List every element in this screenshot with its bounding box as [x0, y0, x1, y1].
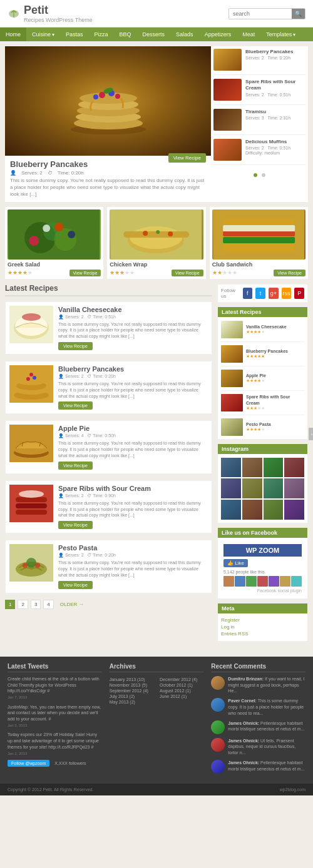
instagram-item-9[interactable] — [221, 500, 241, 520]
featured-item-1: Greek Salad ★★★★★ View Recipe — [5, 207, 103, 279]
logo-text: Petit — [24, 4, 93, 17]
side-thumb-2 — [221, 345, 243, 363]
comment-1: Dumitru Brinzan: If you want to read, I … — [211, 676, 305, 694]
meta-register[interactable]: Register — [221, 617, 304, 623]
instagram-item-10[interactable] — [242, 500, 262, 520]
instagram-item-4[interactable] — [284, 458, 304, 478]
meta-login[interactable]: Log in — [221, 624, 304, 630]
recipe-meta-5: 👤 Serves: 2 ⏱ Time: 0:20h — [58, 553, 208, 558]
instagram-item-3[interactable] — [264, 458, 284, 478]
nav-meat[interactable]: Meat — [237, 28, 260, 41]
featured-view-btn-1[interactable]: View Recipe — [69, 270, 101, 276]
nav-cuisine[interactable]: Cuisine — [26, 28, 60, 41]
nav-pastas[interactable]: Pastas — [60, 28, 89, 41]
search-button[interactable]: 🔍 — [292, 9, 305, 19]
comment-text-3: James Ohnick: Pellentesque habitant morb… — [228, 720, 305, 733]
recipe-btn-3[interactable]: View Recipe — [58, 462, 93, 470]
recipe-meta-1: 👤 Serves: 2 ⏱ Time: 0:51h — [58, 315, 208, 320]
page-3[interactable]: 3 — [31, 600, 41, 609]
instagram-item-12[interactable] — [284, 500, 304, 520]
nav-appetizers[interactable]: Appetizers — [199, 28, 237, 41]
tweet-date-3: Jan 2, 2013 — [8, 751, 102, 756]
googleplus-follow-btn[interactable]: g+ — [269, 288, 279, 299]
recipe-btn-1[interactable]: View Recipe — [58, 342, 93, 350]
sidebar-meta-3: Serves: 3 Time: 2:31h — [245, 116, 305, 120]
instagram-item-2[interactable] — [242, 458, 262, 478]
meta-rss[interactable]: Entries RSS — [221, 631, 304, 637]
hero-caption: Blueberry Pancakes View Recipe 👤 Serves:… — [5, 156, 211, 202]
sidebar-recipe-3: Tiramisu Serves: 3 Time: 2:31h — [213, 109, 305, 135]
tweet-1: Create child themes at the click of a bu… — [8, 676, 102, 700]
instagram-item-5[interactable] — [221, 478, 241, 498]
recipe-meta-3: 👤 Serves: 4 ⏱ Time: 0:50h — [58, 433, 208, 438]
footer-top: Latest Tweets Create child themes at the… — [0, 657, 313, 784]
dot-1[interactable] — [254, 173, 257, 177]
pinterest-follow-btn[interactable]: P — [294, 288, 304, 299]
nav-pizza[interactable]: Pizza — [89, 28, 114, 41]
applepie-img — [9, 425, 53, 462]
featured-view-btn-3[interactable]: View Recipe — [274, 270, 305, 276]
twitter-follow-btn[interactable]: t — [255, 288, 265, 299]
archives-col-1: January 2013 (10) November 2013 (5) Sept… — [110, 676, 153, 705]
facebook-follow-btn[interactable]: f — [243, 288, 253, 299]
recipe-btn-4[interactable]: View Recipe — [58, 521, 93, 529]
hero-serves-icon: 👤 — [10, 170, 16, 176]
svg-point-10 — [115, 94, 120, 99]
search-box[interactable]: 🔍 — [228, 8, 305, 19]
tweets-column: Latest Tweets Create child themes at the… — [8, 663, 102, 777]
side-recipe-2: Blueberry Pancakes ★★★★★ — [221, 345, 304, 366]
chicken-wrap-img — [110, 209, 203, 260]
follow-label: Follow us — [221, 288, 238, 299]
featured-next-arrow[interactable]: › — [309, 428, 313, 440]
page-2[interactable]: 2 — [18, 600, 28, 609]
side-stars-1: ★★★★★ — [246, 330, 287, 335]
comment-3: James Ohnick: Pellentesque habitant morb… — [211, 720, 305, 734]
instagram-item-7[interactable] — [264, 478, 284, 498]
side-stars-5: ★★★★★ — [246, 427, 271, 432]
recipe-thumb-1 — [9, 306, 53, 343]
recipe-title-5: Pesto Pasta — [58, 544, 208, 552]
side-stars-4: ★★★★★ — [246, 406, 304, 411]
rss-follow-btn[interactable]: rss — [282, 288, 292, 299]
instagram-item-1[interactable] — [221, 458, 241, 478]
page-1[interactable]: 1 — [5, 600, 15, 609]
hero-view-recipe-button[interactable]: View Recipe — [168, 153, 206, 163]
older-link[interactable]: OLDER → — [60, 602, 84, 607]
nav-templates[interactable]: Templates — [260, 28, 301, 41]
sidebar-info-4: Delicious Muffins Serves: 2 Time: 0:51h … — [245, 139, 305, 156]
instagram-item-8[interactable] — [284, 478, 304, 498]
recipe-btn-2[interactable]: View Recipe — [58, 401, 93, 410]
sidebar-title-1: Blueberry Pancakes — [245, 49, 305, 55]
facebook-logo: WP ZOOM — [223, 544, 302, 557]
recipe-btn-5[interactable]: View Recipe — [58, 581, 93, 589]
spareribs-img — [9, 485, 53, 522]
nav-bbq[interactable]: BBQ — [114, 28, 137, 41]
fb-user-3 — [246, 576, 257, 587]
hero-main: Blueberry Pancakes View Recipe 👤 Serves:… — [5, 46, 211, 202]
sidebar-recipe-2: Spare Ribs with Sour Cream Serves: 2 Tim… — [213, 79, 305, 105]
nav-salads[interactable]: Salads — [170, 28, 199, 41]
hero-dots — [213, 169, 305, 181]
comments-title: Recent Comments — [211, 663, 305, 672]
comment-avatar-1 — [211, 676, 225, 690]
nav-desserts[interactable]: Desserts — [137, 28, 171, 41]
dot-2[interactable] — [262, 173, 265, 177]
nav-home[interactable]: Home — [0, 28, 26, 41]
twitter-follow-button[interactable]: Follow @wpzoom — [8, 760, 49, 767]
featured-name-2: Chicken Wrap — [110, 261, 203, 268]
facebook-like-button[interactable]: 👍 Like — [223, 559, 248, 567]
search-input[interactable] — [229, 9, 292, 19]
svg-point-17 — [29, 236, 39, 246]
svg-rect-51 — [16, 503, 47, 508]
svg-point-18 — [54, 223, 63, 231]
archives-grid: January 2013 (10) November 2013 (5) Sept… — [110, 676, 204, 705]
side-info-5: Pesto Pasta ★★★★★ — [246, 421, 271, 432]
instagram-item-11[interactable] — [264, 500, 284, 520]
logo-subtitle: Recipes WordPress Theme — [24, 17, 93, 23]
svg-point-37 — [22, 313, 41, 321]
pancakes-thumb-img — [9, 365, 53, 403]
instagram-item-6[interactable] — [242, 478, 262, 498]
featured-view-btn-2[interactable]: View Recipe — [172, 270, 203, 276]
latest-recipes-title: Latest Recipes — [5, 284, 212, 296]
page-4[interactable]: 4 — [43, 600, 53, 609]
